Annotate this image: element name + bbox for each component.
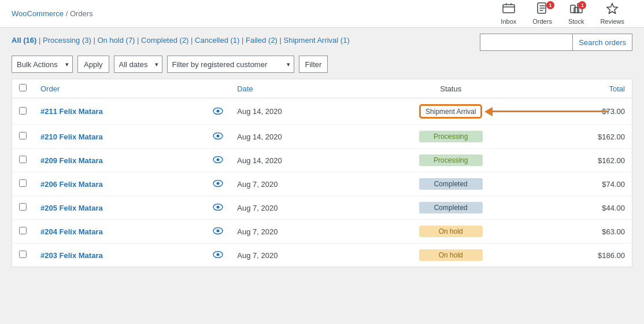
tab-shipment-arrival[interactable]: Shipment Arrival (1) xyxy=(284,36,350,45)
nav-orders-label: Orders xyxy=(532,18,552,25)
inbox-icon xyxy=(502,2,515,17)
svg-point-19 xyxy=(217,253,220,256)
nav-reviews[interactable]: Reviews xyxy=(592,0,632,28)
search-wrap: Search orders xyxy=(480,34,632,51)
order-total: $44.00 xyxy=(539,196,632,220)
status-badge: Shipment Arrival xyxy=(425,108,476,116)
action-bar: Bulk Actions Apply All dates Filter by r… xyxy=(12,56,632,73)
eye-icon xyxy=(213,250,223,260)
eye-icon xyxy=(213,106,223,116)
order-date: Aug 7, 2020 xyxy=(230,172,363,196)
status-badge: On hold xyxy=(419,249,483,261)
header-eye xyxy=(206,79,230,98)
reviews-icon xyxy=(606,2,619,17)
tab-on-hold[interactable]: On hold (7) xyxy=(97,36,135,45)
status-badge: Completed xyxy=(419,202,483,213)
svg-point-9 xyxy=(217,135,220,138)
filter-tabs: All (16) | Processing (3) | On hold (7) … xyxy=(12,36,350,45)
eye-icon xyxy=(213,226,223,236)
breadcrumb-parent[interactable]: WooCommerce xyxy=(12,9,64,18)
eye-icon xyxy=(213,131,223,141)
svg-rect-4 xyxy=(574,8,579,13)
eye-icon xyxy=(213,155,223,165)
order-status: Processing xyxy=(363,149,539,172)
header-total[interactable]: Total xyxy=(539,79,632,98)
row-checkbox[interactable] xyxy=(19,132,27,139)
tab-failed[interactable]: Failed (2) xyxy=(246,36,277,45)
date-filter-select[interactable]: All dates xyxy=(114,56,162,73)
svg-point-15 xyxy=(217,206,220,209)
svg-point-17 xyxy=(217,230,220,233)
status-badge: Processing xyxy=(419,154,483,166)
top-bar: WooCommerce / Orders Inbox 1 Orders xyxy=(0,0,644,28)
table-row: #211 Felix Matara Aug 14, 2020 Shipment … xyxy=(12,98,632,125)
bulk-actions-select[interactable]: Bulk Actions xyxy=(12,56,73,73)
order-total: $74.00 xyxy=(539,172,632,196)
nav-stock[interactable]: 1 Stock xyxy=(560,0,593,28)
tab-all[interactable]: All (16) xyxy=(12,36,36,45)
status-badge: On hold xyxy=(419,226,483,237)
header-date[interactable]: Date xyxy=(230,79,363,98)
breadcrumb-current: Orders xyxy=(70,9,93,18)
order-date: Aug 14, 2020 xyxy=(230,98,363,125)
order-status: Shipment Arrival xyxy=(363,98,539,125)
orders-badge: 1 xyxy=(546,1,554,9)
table-row: #206 Felix Matara Aug 7, 2020Completed$7… xyxy=(12,172,632,196)
orders-table: Order Date Status Total #211 Felix Matar… xyxy=(12,79,632,267)
order-link[interactable]: #203 Felix Matara xyxy=(40,251,103,260)
order-total: $63.00 xyxy=(539,220,632,244)
date-filter-wrap: All dates xyxy=(114,56,162,73)
stock-badge: 1 xyxy=(578,1,586,9)
table-header-row: Order Date Status Total xyxy=(12,79,632,98)
order-date: Aug 7, 2020 xyxy=(230,196,363,220)
order-status: Processing xyxy=(363,125,539,149)
tab-cancelled[interactable]: Cancelled (1) xyxy=(195,36,239,45)
row-checkbox[interactable] xyxy=(19,227,27,234)
order-link[interactable]: #204 Felix Matara xyxy=(40,227,103,236)
row-checkbox[interactable] xyxy=(19,251,27,258)
nav-inbox[interactable]: Inbox xyxy=(493,0,524,28)
row-checkbox[interactable] xyxy=(19,203,27,211)
row-checkbox[interactable] xyxy=(19,107,27,115)
header-checkbox xyxy=(12,79,34,98)
header-status: Status xyxy=(363,79,539,98)
svg-rect-0 xyxy=(503,5,515,13)
customer-filter-wrap: Filter by registered customer xyxy=(167,56,294,73)
order-date: Aug 14, 2020 xyxy=(230,149,363,172)
nav-reviews-label: Reviews xyxy=(600,18,624,25)
order-date: Aug 7, 2020 xyxy=(230,244,363,267)
order-link[interactable]: #205 Felix Matara xyxy=(40,204,103,212)
header-order[interactable]: Order xyxy=(34,79,206,98)
order-status: Completed xyxy=(363,196,539,220)
breadcrumb: WooCommerce / Orders xyxy=(12,9,93,18)
search-input[interactable] xyxy=(480,34,572,51)
select-all-checkbox[interactable] xyxy=(19,84,27,91)
order-link[interactable]: #206 Felix Matara xyxy=(40,180,103,189)
nav-stock-label: Stock xyxy=(568,18,584,25)
order-date: Aug 7, 2020 xyxy=(230,220,363,244)
svg-marker-5 xyxy=(607,3,617,14)
tab-processing[interactable]: Processing (3) xyxy=(43,36,91,45)
svg-point-7 xyxy=(217,109,220,112)
nav-orders[interactable]: 1 Orders xyxy=(524,0,560,28)
table-row: #204 Felix Matara Aug 7, 2020On hold$63.… xyxy=(12,220,632,244)
order-status: Completed xyxy=(363,172,539,196)
order-link[interactable]: #209 Felix Matara xyxy=(40,156,103,165)
search-button[interactable]: Search orders xyxy=(572,34,632,51)
tab-completed[interactable]: Completed (2) xyxy=(141,36,188,45)
apply-button[interactable]: Apply xyxy=(77,56,109,73)
filter-button[interactable]: Filter xyxy=(299,56,328,73)
svg-point-11 xyxy=(217,159,220,161)
customer-filter-select[interactable]: Filter by registered customer xyxy=(167,56,294,73)
row-checkbox[interactable] xyxy=(19,179,27,187)
order-total: $186.00 xyxy=(539,244,632,267)
order-link[interactable]: #211 Felix Matara xyxy=(40,107,103,116)
order-link[interactable]: #210 Felix Matara xyxy=(40,132,103,141)
svg-rect-2 xyxy=(571,5,575,13)
row-checkbox[interactable] xyxy=(19,156,27,163)
nav-inbox-label: Inbox xyxy=(501,18,516,25)
breadcrumb-separator: / xyxy=(66,9,70,18)
bulk-actions-wrap: Bulk Actions xyxy=(12,56,73,73)
status-badge: Completed xyxy=(419,178,483,190)
order-status: On hold xyxy=(363,244,539,267)
